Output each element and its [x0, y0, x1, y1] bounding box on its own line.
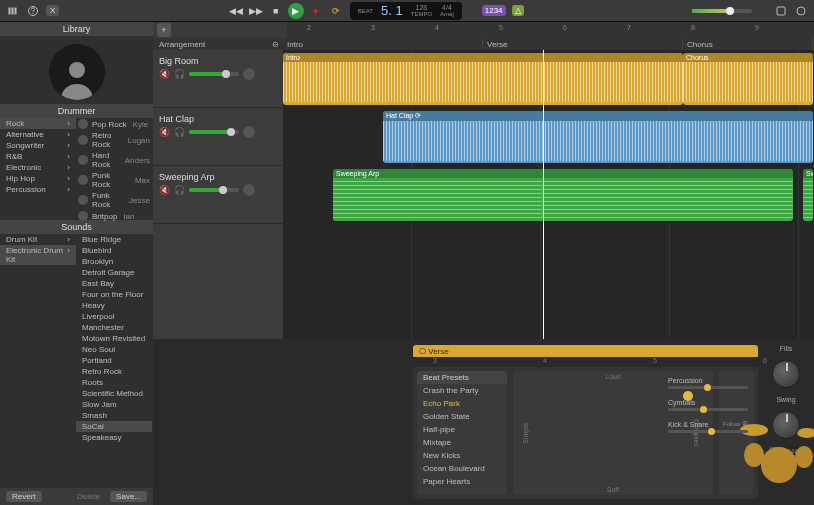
count-in-badge[interactable]: 1234	[482, 5, 506, 16]
track-headers: Big Room🔇🎧Hat Clap🔇🎧Sweeping Arp🔇🎧	[153, 50, 283, 339]
master-volume[interactable]	[692, 9, 752, 13]
mute-icon[interactable]: 🔇	[159, 185, 170, 195]
pan-knob[interactable]	[243, 68, 255, 80]
kit-slider[interactable]	[668, 430, 748, 433]
headphone-icon[interactable]: 🎧	[174, 185, 185, 195]
sound-cat[interactable]: Electronic Drum Kit›	[0, 245, 76, 265]
preset-item[interactable]: Ocean Boulevard	[417, 462, 507, 475]
svg-rect-2	[15, 7, 17, 14]
sound-item[interactable]: Slow Jam	[76, 399, 152, 410]
sound-item[interactable]: Roots	[76, 377, 152, 388]
save-button[interactable]: Save...	[110, 491, 147, 502]
sound-item[interactable]: Scientific Method	[76, 388, 152, 399]
sound-item[interactable]: Four on the Floor	[76, 289, 152, 300]
svg-rect-5	[777, 7, 785, 15]
genre-hip hop[interactable]: Hip Hop›	[0, 173, 76, 184]
sound-item[interactable]: Neo Soul	[76, 344, 152, 355]
editor-ruler[interactable]: 3456	[413, 357, 758, 367]
track-header[interactable]: Big Room🔇🎧	[153, 50, 283, 108]
drummer-avatar[interactable]	[49, 44, 105, 100]
sound-item[interactable]: East Bay	[76, 278, 152, 289]
drummer-max[interactable]: Punk RockMax	[76, 170, 152, 190]
play-button[interactable]: ▶	[288, 3, 304, 19]
delete-button[interactable]: Delete	[71, 491, 106, 502]
sound-item[interactable]: Bluebird	[76, 245, 152, 256]
stop-button[interactable]: ■	[268, 3, 284, 19]
sound-item[interactable]: Brooklyn	[76, 256, 152, 267]
arrangement-marker[interactable]: Chorus	[683, 38, 813, 50]
metronome-icon[interactable]: △	[512, 5, 524, 16]
track-regions[interactable]: IntroChorusHat Clap ⟳Sweeping ArpSw	[283, 50, 814, 339]
genre-electronic[interactable]: Electronic›	[0, 162, 76, 173]
revert-button[interactable]: Revert	[6, 491, 42, 502]
sound-item[interactable]: Blue Ridge	[76, 234, 152, 245]
region[interactable]: Chorus	[683, 53, 813, 105]
track-header[interactable]: Hat Clap🔇🎧	[153, 108, 283, 166]
rewind-button[interactable]: ◀◀	[228, 3, 244, 19]
sound-item[interactable]: Liverpool	[76, 311, 152, 322]
svg-rect-0	[9, 7, 11, 14]
preset-item[interactable]: Crash the Party	[417, 384, 507, 397]
playhead[interactable]	[543, 50, 544, 339]
sound-item[interactable]: Retro Rock	[76, 366, 152, 377]
region[interactable]: Hat Clap ⟳	[383, 111, 813, 163]
preset-item[interactable]: New Kicks	[417, 449, 507, 462]
track-volume[interactable]	[189, 72, 239, 76]
preset-item[interactable]: Paper Hearts	[417, 475, 507, 488]
region[interactable]: Sweeping Arp	[333, 169, 793, 221]
mute-icon[interactable]: 🔇	[159, 69, 170, 79]
headphone-icon[interactable]: 🎧	[174, 127, 185, 137]
sound-item[interactable]: SoCal	[76, 421, 152, 432]
sound-item[interactable]: Portland	[76, 355, 152, 366]
sound-item[interactable]: Heavy	[76, 300, 152, 311]
headphone-icon[interactable]: 🎧	[174, 69, 185, 79]
genre-r&b[interactable]: R&B›	[0, 151, 76, 162]
sound-item[interactable]: Manchester	[76, 322, 152, 333]
help-icon[interactable]	[26, 4, 40, 18]
mute-icon[interactable]: 🔇	[159, 127, 170, 137]
add-track-button[interactable]: +	[157, 23, 171, 37]
library-icon[interactable]	[6, 4, 20, 18]
kit-slider[interactable]	[668, 408, 748, 411]
preset-item[interactable]: Half-pipe	[417, 423, 507, 436]
sound-item[interactable]: Detroit Garage	[76, 267, 152, 278]
scissors-tool[interactable]: X	[46, 5, 59, 16]
track-header[interactable]: Sweeping Arp🔇🎧	[153, 166, 283, 224]
arrangement-close-icon[interactable]: ⊖	[272, 40, 279, 49]
cycle-button[interactable]: ⟳	[328, 3, 344, 19]
drummer-kyle[interactable]: Pop RockKyle	[76, 118, 152, 130]
pan-knob[interactable]	[243, 184, 255, 196]
drummer-anders[interactable]: Hard RockAnders	[76, 150, 152, 170]
pan-knob[interactable]	[243, 126, 255, 138]
preset-item[interactable]: Golden State	[417, 410, 507, 423]
timeline-ruler[interactable]: 2345678910	[287, 22, 814, 38]
genre-rock[interactable]: Rock›	[0, 118, 76, 129]
track-volume[interactable]	[189, 188, 239, 192]
arrangement-sections[interactable]: IntroVerseChorus	[283, 38, 814, 50]
drummer-logan[interactable]: Retro RockLogan	[76, 130, 152, 150]
sound-item[interactable]: Motown Revisited	[76, 333, 152, 344]
region[interactable]: Intro	[283, 53, 683, 105]
loops-icon[interactable]	[794, 4, 808, 18]
record-button[interactable]: ●	[308, 3, 324, 19]
forward-button[interactable]: ▶▶	[248, 3, 264, 19]
arrangement-marker[interactable]: Intro	[283, 38, 483, 50]
genre-alternative[interactable]: Alternative›	[0, 129, 76, 140]
swing-knob[interactable]	[772, 411, 800, 439]
preset-item[interactable]: Echo Park	[417, 397, 507, 410]
track-volume[interactable]	[189, 130, 239, 134]
sound-item[interactable]: Smash	[76, 410, 152, 421]
preset-item[interactable]: Mixtape	[417, 436, 507, 449]
notepad-icon[interactable]	[774, 4, 788, 18]
genre-songwriter[interactable]: Songwriter›	[0, 140, 76, 151]
arrangement-marker[interactable]: Verse	[483, 38, 683, 50]
fills-knob[interactable]	[772, 360, 800, 388]
region[interactable]: Sw	[803, 169, 813, 221]
sound-item[interactable]: Speakeasy	[76, 432, 152, 443]
drummer-jesse[interactable]: Funk RockJesse	[76, 190, 152, 210]
kit-slider[interactable]	[668, 386, 748, 389]
drummer-ian[interactable]: BritpopIan	[76, 210, 152, 222]
lcd-display[interactable]: BEAT 5. 1 128TEMPO 4/4Amaj	[350, 2, 462, 20]
genre-percussion[interactable]: Percussion›	[0, 184, 76, 195]
sound-cat[interactable]: Drum Kit›	[0, 234, 76, 245]
